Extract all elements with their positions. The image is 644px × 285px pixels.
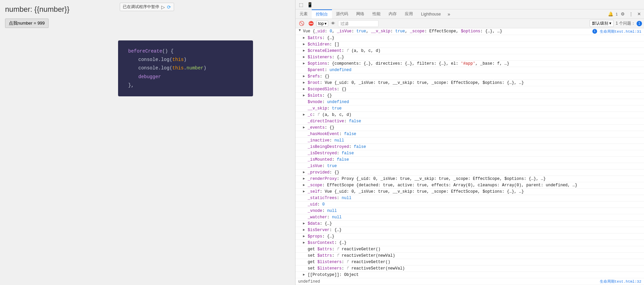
- arrow-props[interactable]: ▶: [303, 234, 306, 238]
- arrow-options[interactable]: ▶: [303, 61, 306, 65]
- issue-label: 1 个问题：: [616, 21, 635, 26]
- more-tabs-btn[interactable]: »: [445, 9, 453, 19]
- customize-btn[interactable]: ⋮: [627, 10, 635, 18]
- level-label: 默认级别: [592, 21, 608, 26]
- arrow-root[interactable]: ▶: [303, 81, 306, 85]
- arrow-self[interactable]: ▶: [303, 189, 306, 193]
- code-block: beforeCreate() { console.log(this) conso…: [118, 40, 253, 96]
- row-vnode: $vnode: undefined: [296, 99, 644, 105]
- dropdown-arrow: ▾: [325, 21, 327, 26]
- arrow-children[interactable]: ▶: [303, 42, 306, 46]
- row-undefined: undefined 生命周期test.html:32: [296, 278, 644, 285]
- device-mode-btn[interactable]: 📱: [306, 1, 314, 9]
- row-provided: ▶ _provided: {}: [296, 169, 644, 176]
- arrow-createelement[interactable]: ▶: [303, 49, 306, 53]
- top-dropdown[interactable]: top ▾: [316, 21, 328, 27]
- row-data: ▶ $data: {…}: [296, 221, 644, 227]
- row-isbeingdestroyed: _isBeingDestroyed: false: [296, 144, 644, 150]
- row-refs: ▶ $refs: {}: [296, 73, 644, 80]
- row-scope: ▶ _scope: EffectScope {detached: true, a…: [296, 182, 644, 189]
- row-options: ▶ $options: {components: {…}, directives…: [296, 61, 644, 67]
- tab-performance[interactable]: 性能: [368, 9, 385, 19]
- console-output: ▶ Vue {_uid: 0, _isVue: true, __v_skip: …: [296, 28, 644, 285]
- row-set-listeners: set $listeners: f reactiveSetter(newVal): [296, 265, 644, 272]
- step-over-icon[interactable]: ⟳: [167, 4, 171, 10]
- tab-console[interactable]: 控制台: [312, 9, 332, 19]
- issue-badge: 1: [637, 21, 642, 26]
- expand-vue-arrow[interactable]: ▶: [298, 29, 302, 33]
- tab-memory[interactable]: 内存: [385, 9, 401, 19]
- row-get-attrs: get $attrs: f reactiveGetter(): [296, 246, 644, 253]
- arrow-renderproxy[interactable]: ▶: [303, 177, 306, 181]
- console-toolbar: 🚫 ⛔ top ▾ 👁 默认级别 ▾ 1 个问题： 1: [296, 19, 644, 28]
- source-link-1[interactable]: 生命周期test.html:31: [600, 29, 641, 34]
- tab-sources[interactable]: 源代码: [332, 9, 352, 19]
- click-button[interactable]: 点我number = 999: [5, 19, 49, 28]
- devtools-toolbar: ⬚ 📱: [296, 0, 644, 9]
- arrow-scopedslots[interactable]: ▶: [303, 87, 306, 91]
- row-vskip: __v_skip: true: [296, 105, 644, 112]
- tab-elements[interactable]: 元素: [296, 9, 312, 19]
- preserve-log-btn[interactable]: ⛔: [307, 20, 315, 27]
- settings-btn[interactable]: ⚙: [619, 10, 626, 18]
- arrow-ssrcontext[interactable]: ▶: [303, 241, 306, 245]
- close-devtools-btn[interactable]: ✕: [635, 10, 643, 18]
- clear-console-btn[interactable]: 🚫: [298, 20, 306, 27]
- top-label: top: [318, 21, 324, 26]
- level-arrow: ▾: [609, 21, 611, 26]
- arrow-scope[interactable]: ▶: [303, 183, 306, 187]
- row-children: ▶ $children: []: [296, 41, 644, 48]
- arrow-listeners[interactable]: ▶: [303, 55, 306, 59]
- arrow-slots[interactable]: ▶: [303, 93, 306, 97]
- arrow-data[interactable]: ▶: [303, 221, 306, 225]
- arrow-refs[interactable]: ▶: [303, 74, 306, 78]
- arrow-attrs[interactable]: ▶: [303, 36, 306, 40]
- code-line-2: console.log(this): [128, 56, 243, 64]
- tab-lighthouse[interactable]: Lighthouse: [417, 9, 445, 19]
- row-events: ▶ _events: {}: [296, 125, 644, 131]
- tab-application[interactable]: 应用: [401, 9, 417, 19]
- code-line-4: debugger: [128, 73, 243, 81]
- notifications-btn[interactable]: 🔔: [607, 10, 614, 18]
- row-attrs: ▶ $attrs: {…}: [296, 35, 644, 41]
- row-isserver: ▶ $isServer: {…}: [296, 227, 644, 233]
- row-set-attrs: set $attrs: f reactiveSetter(newVal): [296, 253, 644, 259]
- arrow-prototype[interactable]: ▶: [303, 273, 306, 277]
- arrow-provided[interactable]: ▶: [303, 170, 306, 174]
- arrow-isserver[interactable]: ▶: [303, 228, 306, 232]
- level-dropdown[interactable]: 默认级别 ▾: [590, 20, 614, 27]
- row-parent: $parent: undefined: [296, 67, 644, 73]
- tab-network[interactable]: 网络: [352, 9, 368, 19]
- code-line-3: console.log(this.number): [128, 64, 243, 72]
- webpage-preview: 已在调试程序中暂停 ▷ ⟳ number: {{number}} 点我numbe…: [0, 0, 295, 285]
- vue-object-line: Vue {_uid: 0, _isVue: true, __v_skip: tr…: [303, 29, 591, 34]
- filter-input[interactable]: [338, 20, 379, 27]
- row-vnode2: _vnode: null: [296, 208, 644, 214]
- info-icon: i: [592, 29, 597, 34]
- row-uid: _uid: 0: [296, 201, 644, 208]
- page-heading: number: {{number}}: [5, 5, 69, 14]
- row-inactive: _inactive: null: [296, 137, 644, 144]
- devtools-panel: ⬚ 📱 元素 控制台 源代码 网络 性能 内存 应用 Lighthouse » …: [295, 0, 644, 285]
- issue-badge-count: 1: [616, 12, 618, 16]
- row-isvue: _isVue: true: [296, 163, 644, 169]
- paused-banner: 已在调试程序中暂停 ▷ ⟳: [120, 3, 174, 11]
- row-scopedslots: ▶ $scopedSlots: {}: [296, 86, 644, 93]
- row-ssrcontext: ▶ $ssrContext: {…}: [296, 240, 644, 246]
- arrow-events[interactable]: ▶: [303, 125, 306, 129]
- row-root: ▶ $root: Vue {_uid: 0, _isVue: true, __v…: [296, 80, 644, 86]
- row-ismounted: _isMounted: false: [296, 157, 644, 163]
- eye-btn[interactable]: 👁: [330, 20, 337, 27]
- row-props: ▶ $props: {…}: [296, 233, 644, 240]
- issue-count: 1 个问题： 1: [616, 21, 642, 26]
- row-watcher: _watcher: null: [296, 214, 644, 221]
- row-get-listeners: get $listeners: f reactiveGetter(): [296, 259, 644, 265]
- row-self: ▶ _self: Vue {_uid: 0, _isVue: true, __v…: [296, 189, 644, 195]
- row-listeners: ▶ $listeners: {…}: [296, 54, 644, 61]
- resume-icon[interactable]: ▷: [161, 4, 165, 10]
- row-directinactive: _directInactive: false: [296, 118, 644, 125]
- inspect-element-btn[interactable]: ⬚: [297, 1, 305, 9]
- row-hashookevent: _hasHookEvent: false: [296, 131, 644, 137]
- source-link-2[interactable]: 生命周期test.html:32: [600, 279, 641, 284]
- arrow-c[interactable]: ▶: [303, 113, 306, 117]
